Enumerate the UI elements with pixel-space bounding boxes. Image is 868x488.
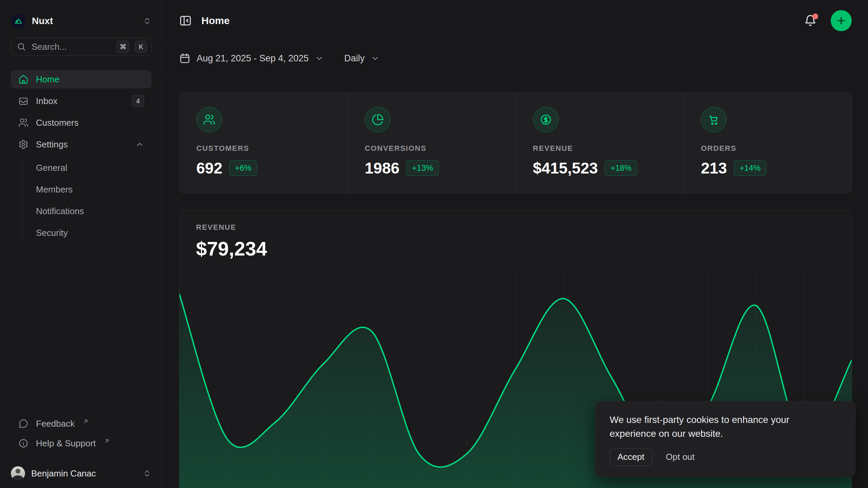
user-menu[interactable]: Benjamin Canac	[0, 459, 162, 488]
stat-label: CONVERSIONS	[365, 144, 499, 153]
main-header: Home	[163, 0, 868, 41]
users-icon	[18, 118, 28, 128]
user-name: Benjamin Canac	[31, 468, 96, 479]
stat-delta-badge: +13%	[406, 160, 439, 176]
cookie-banner: We use first-party cookies to enhance yo…	[595, 401, 855, 477]
search-input[interactable]	[32, 42, 111, 52]
sub-item-label: Notifications	[36, 206, 84, 217]
stat-value: 692	[196, 159, 222, 177]
help-support-label: Help & Support	[36, 438, 96, 449]
settings-sub-list: General Members Notifications Security	[22, 157, 152, 244]
sidebar-footer: Feedback Help & Support	[0, 414, 162, 453]
external-link-icon	[83, 419, 88, 424]
revenue-chart-header: REVENUE $79,234	[179, 210, 852, 271]
date-range-value: Aug 21, 2025 - Sep 4, 2025	[197, 53, 309, 64]
sub-item-label: Members	[36, 184, 73, 195]
stat-value: 213	[701, 159, 727, 177]
sidebar-item-customers[interactable]: Customers	[11, 114, 152, 132]
external-link-icon	[104, 438, 110, 444]
revenue-chart-label: REVENUE	[196, 223, 835, 232]
chevrons-up-down-icon	[143, 17, 152, 25]
chevron-up-icon	[135, 140, 144, 149]
sidebar-item-inbox[interactable]: Inbox 4	[11, 92, 152, 110]
add-button[interactable]	[831, 10, 852, 31]
inbox-count-badge: 4	[132, 95, 144, 107]
sidebar-item-settings[interactable]: Settings	[11, 135, 152, 154]
cookie-accept-button[interactable]: Accept	[610, 448, 652, 466]
avatar	[11, 466, 25, 481]
feedback-label: Feedback	[36, 419, 75, 429]
revenue-chart-value: $79,234	[196, 237, 835, 260]
kbd-k: K	[135, 41, 147, 53]
sub-item-label: General	[36, 163, 67, 173]
notification-dot	[812, 14, 818, 19]
chevron-down-icon	[315, 54, 324, 63]
cookie-message: We use first-party cookies to enhance yo…	[610, 413, 830, 441]
stat-value: 1986	[365, 159, 399, 177]
shopping-cart-icon	[701, 107, 727, 133]
granularity-select[interactable]: Daily	[344, 53, 380, 64]
kbd-cmd: ⌘	[117, 41, 130, 53]
stat-card-revenue[interactable]: REVENUE $415,523 +18%	[516, 93, 684, 193]
sidebar-item-home[interactable]: Home	[11, 70, 152, 88]
stat-label: CUSTOMERS	[196, 144, 331, 153]
home-icon	[18, 74, 28, 84]
date-range-picker[interactable]: Aug 21, 2025 - Sep 4, 2025	[179, 53, 324, 64]
app-name: Nuxt	[32, 16, 53, 26]
header-actions	[804, 10, 852, 31]
sub-item-label: Security	[36, 228, 68, 238]
sidebar-item-label: Inbox	[36, 96, 58, 106]
toolbar: Aug 21, 2025 - Sep 4, 2025 Daily	[163, 41, 868, 76]
sidebar-item-members[interactable]: Members	[23, 179, 152, 200]
users-icon	[196, 107, 222, 133]
stat-delta-badge: +18%	[605, 160, 637, 176]
gear-icon	[18, 139, 28, 149]
feedback-link[interactable]: Feedback	[11, 414, 152, 433]
chevron-down-icon	[371, 54, 380, 63]
sidebar-item-general[interactable]: General	[23, 157, 152, 179]
sidebar-spacer	[0, 246, 162, 414]
sidebar-nav: Home Inbox 4 Customers Settings Ge	[0, 56, 162, 246]
message-bubble-icon	[18, 419, 28, 429]
nuxt-logo-icon	[11, 14, 26, 28]
help-support-link[interactable]: Help & Support	[11, 433, 152, 453]
dollar-circle-icon	[533, 107, 559, 133]
calendar-icon	[179, 53, 191, 64]
workspace-switcher[interactable]: Nuxt	[0, 0, 162, 37]
inbox-icon	[18, 96, 28, 106]
stat-card-customers[interactable]: CUSTOMERS 692 +6%	[179, 93, 348, 193]
cookie-actions: Accept Opt out	[610, 448, 841, 466]
stat-label: REVENUE	[533, 144, 667, 153]
page-title: Home	[201, 15, 230, 26]
sidebar: Nuxt ⌘ K Home Inbox 4	[0, 0, 163, 488]
stat-delta-badge: +14%	[734, 160, 766, 176]
granularity-value: Daily	[344, 53, 364, 64]
sidebar-item-label: Customers	[36, 118, 79, 128]
notifications-bell-icon[interactable]	[804, 14, 817, 27]
sidebar-item-label: Home	[36, 74, 59, 85]
stat-card-conversions[interactable]: CONVERSIONS 1986 +13%	[348, 93, 516, 193]
stat-value: $415,523	[533, 159, 598, 177]
pie-chart-icon	[365, 107, 391, 133]
search-box[interactable]: ⌘ K	[11, 38, 152, 56]
search-icon	[17, 42, 26, 52]
stat-delta-badge: +6%	[229, 160, 257, 176]
cookie-optout-button[interactable]: Opt out	[666, 452, 695, 462]
sidebar-item-label: Settings	[36, 139, 68, 150]
collapse-sidebar-icon[interactable]	[179, 14, 192, 27]
sidebar-item-security[interactable]: Security	[23, 222, 152, 244]
stat-card-orders[interactable]: ORDERS 213 +14%	[684, 93, 852, 193]
stat-label: ORDERS	[701, 144, 835, 153]
sidebar-item-notifications[interactable]: Notifications	[23, 200, 152, 222]
plus-icon	[836, 15, 847, 26]
chevrons-up-down-icon	[143, 469, 152, 478]
stats-panel: CUSTOMERS 692 +6% CONVERSIONS 1986 +13%	[179, 92, 852, 193]
info-circle-icon	[18, 438, 28, 448]
